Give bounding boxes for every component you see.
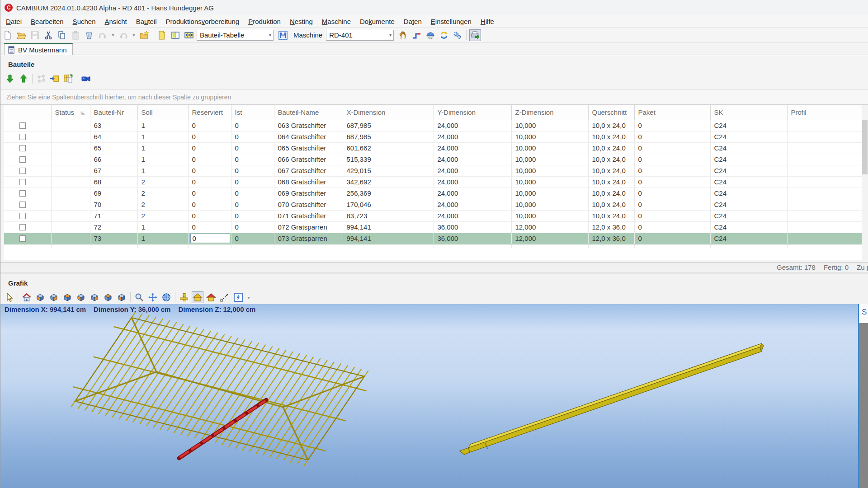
row-checkbox[interactable] (19, 179, 26, 185)
cell-x[interactable]: 601,662 (343, 142, 434, 154)
home-view-button[interactable] (21, 291, 33, 303)
view-cube-3-button[interactable] (61, 291, 73, 303)
cell-nr[interactable]: 70 (90, 199, 137, 210)
cell-z[interactable]: 10,000 (511, 188, 588, 199)
move-down-button[interactable] (4, 73, 16, 84)
table-row-71[interactable]: 71200071 Gratschifter83,72324,00010,0001… (4, 210, 862, 221)
cell-res[interactable]: 0 (188, 120, 231, 131)
part-document-button[interactable] (156, 29, 168, 41)
table-row-70[interactable]: 70200070 Gratschifter170,04624,00010,000… (4, 199, 862, 210)
row-checkbox[interactable] (19, 213, 26, 219)
cell-soll[interactable]: 1 (137, 120, 188, 131)
cell-profil[interactable] (787, 188, 862, 199)
machine-saw-button[interactable] (425, 29, 436, 41)
menu-nesting[interactable]: Nesting (285, 16, 317, 27)
cell-y[interactable]: 24,000 (434, 142, 511, 154)
table-row-73[interactable]: 73100073 Gratsparren994,14136,00012,0001… (4, 233, 862, 244)
cell-soll[interactable]: 1 (137, 131, 188, 142)
cell-soll[interactable]: 1 (137, 221, 188, 233)
copy-button[interactable] (56, 29, 68, 41)
cell-soll[interactable]: 1 (137, 165, 188, 176)
view-cube-7-button[interactable] (116, 291, 127, 303)
zoom-button[interactable] (133, 291, 145, 303)
cell-sk[interactable]: C24 (710, 210, 787, 221)
column-header-x-dimension[interactable]: X-Dimension (343, 105, 434, 120)
cell-soll[interactable]: 1 (137, 154, 188, 165)
cell-status[interactable] (51, 188, 90, 199)
column-header-reserviert[interactable]: Reserviert (188, 105, 231, 120)
combo-dropdown-icon[interactable]: ▾ (389, 33, 392, 38)
cell-paket[interactable]: 0 (634, 199, 710, 210)
cell-y[interactable]: 24,000 (434, 131, 511, 142)
cell-qs[interactable]: 10,0 x 24,0 (588, 142, 634, 154)
cell-ist[interactable]: 0 (231, 210, 274, 221)
row-checkbox[interactable] (19, 122, 26, 129)
pan-button[interactable] (147, 291, 159, 303)
cell-z[interactable]: 10,000 (511, 199, 588, 210)
cell-profil[interactable] (787, 120, 862, 131)
cell-y[interactable]: 24,000 (434, 188, 511, 199)
cell-z[interactable]: 10,000 (511, 142, 588, 154)
cell-sk[interactable]: C24 (710, 188, 787, 199)
table-row-65[interactable]: 65100065 Gratschifter601,66224,00010,000… (4, 142, 862, 154)
view-cube-6-button[interactable] (102, 291, 114, 303)
cell-nr[interactable]: 66 (90, 154, 137, 165)
column-header-status[interactable]: Status (51, 105, 90, 120)
cell-status[interactable] (51, 131, 90, 142)
cell-x[interactable]: 515,339 (343, 154, 434, 165)
cell-qs[interactable]: 12,0 x 36,0 (588, 233, 634, 244)
cell-qs[interactable]: 10,0 x 24,0 (588, 131, 634, 142)
cell-profil[interactable] (787, 165, 862, 176)
row-checkbox[interactable] (19, 235, 26, 242)
column-header-sk[interactable]: SK (710, 105, 787, 120)
column-header-bauteil-nr[interactable]: Bauteil-Nr (90, 105, 137, 120)
column-header-y-dimension[interactable]: Y-Dimension (434, 105, 511, 120)
dimension-arrow-button[interactable] (219, 291, 231, 303)
table-row-63[interactable]: 63100063 Gratschifter687,98524,00010,000… (4, 120, 862, 131)
cell-res[interactable]: 0 (188, 131, 231, 142)
cell-profil[interactable] (787, 221, 862, 233)
cell-sk[interactable]: C24 (710, 199, 787, 210)
cell-status[interactable] (51, 120, 90, 131)
table-row-72[interactable]: 72100072 Gratsparren994,14136,00012,0001… (4, 221, 862, 233)
cell-qs[interactable]: 10,0 x 24,0 (588, 199, 634, 210)
view-cube-1-button[interactable] (34, 291, 46, 303)
cell-paket[interactable]: 0 (634, 221, 710, 233)
grid-view-button[interactable] (183, 29, 195, 41)
save-config-button[interactable] (277, 29, 289, 41)
cell-x[interactable]: 687,985 (343, 131, 434, 142)
view-cube-4-button[interactable] (75, 291, 87, 303)
cell-ist[interactable]: 0 (231, 199, 274, 210)
cell-ist[interactable]: 0 (231, 120, 274, 131)
cell-y[interactable]: 24,000 (434, 165, 511, 176)
copy-table-button[interactable] (62, 73, 74, 84)
menu-produktionsvorbereitung[interactable]: Produktionsvorbereitung (161, 16, 244, 27)
table-row-67[interactable]: 67100067 Gratschifter429,01524,00010,000… (4, 165, 862, 176)
row-checkbox[interactable] (19, 145, 26, 151)
column-header-profil[interactable]: Profil (787, 105, 862, 120)
cell-status[interactable] (51, 165, 90, 176)
menu-daten[interactable]: Daten (399, 16, 426, 27)
menu-hilfe[interactable]: Hilfe (476, 16, 499, 27)
row-checkbox[interactable] (19, 224, 26, 230)
cell-profil[interactable] (787, 199, 862, 210)
cell-qs[interactable]: 10,0 x 24,0 (588, 154, 634, 165)
cell-sk[interactable]: C24 (710, 120, 787, 131)
cell-z[interactable]: 10,000 (511, 176, 588, 188)
cell-name[interactable]: 063 Gratschifter (274, 120, 343, 131)
roof-structure-3d[interactable] (71, 312, 368, 466)
cell-status[interactable] (51, 221, 90, 233)
cell-x[interactable]: 429,015 (343, 165, 434, 176)
cell-name[interactable]: 070 Gratschifter (274, 199, 343, 210)
house-yellow-button[interactable] (192, 291, 203, 303)
groupby-bar[interactable]: Ziehen Sie eine Spaltenüberschrift hierh… (0, 89, 868, 105)
cell-status[interactable] (51, 199, 90, 210)
cell-name[interactable]: 071 Gratschifter (274, 210, 343, 221)
cell-paket[interactable]: 0 (634, 131, 710, 142)
cell-res[interactable]: 0 (188, 188, 231, 199)
cell-soll[interactable]: 2 (137, 199, 188, 210)
cell-ist[interactable]: 0 (231, 142, 274, 154)
table-row-64[interactable]: 64100064 Gratschifter687,98524,00010,000… (4, 131, 862, 142)
dropdown-caret-icon[interactable]: ▾ (131, 33, 137, 38)
cell-x[interactable]: 687,985 (343, 120, 434, 131)
